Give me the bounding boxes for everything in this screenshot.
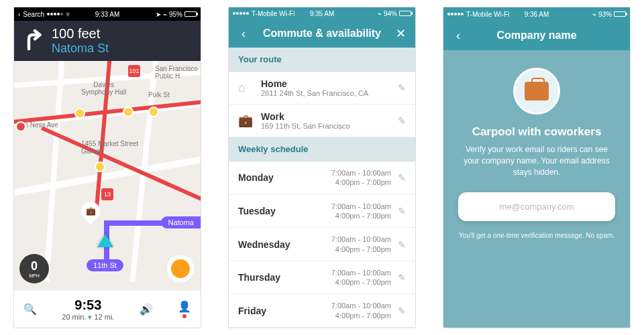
report-icon <box>171 259 190 278</box>
carpool-desc: Verify your work email so riders can see… <box>458 144 615 178</box>
location-icon: ➤ <box>156 11 161 18</box>
street-label: 1455 Market Street Garage <box>81 140 138 155</box>
battery-icon <box>184 11 197 17</box>
status-time: 9:36 AM <box>525 11 549 18</box>
report-button[interactable] <box>166 254 195 283</box>
day-name: Thursday <box>238 272 331 283</box>
company-body: Carpool with coworkers Verify your work … <box>443 50 630 328</box>
status-battery: 93% <box>598 11 612 18</box>
day-times: 7:00am - 10:00am4:00pm - 7:00pm <box>331 301 391 320</box>
bluetooth-icon: ⌁ <box>592 11 596 18</box>
edit-icon[interactable]: ✎ <box>398 239 406 250</box>
route-home-row[interactable]: ⌂ Home 2811 24th St, San Francisco, CA ✎ <box>229 72 415 105</box>
eta-details: 20 min. ▾ 12 mi. <box>62 313 114 322</box>
hazard-icon[interactable] <box>148 107 159 117</box>
header-title: Company name <box>466 29 607 42</box>
vehicle-cursor-icon <box>97 234 113 247</box>
day-times: 7:00am - 10:00am4:00pm - 7:00pm <box>331 268 391 287</box>
back-button[interactable]: ‹ <box>235 27 252 41</box>
wifi-icon: ᯤ <box>66 11 72 18</box>
header-title: Commute & availability <box>252 27 392 40</box>
signal-dots-icon <box>47 13 63 15</box>
back-button[interactable]: ‹ <box>450 29 466 43</box>
signal-dots-icon <box>233 12 249 15</box>
eta-time: 9:53 <box>62 297 114 313</box>
schedule-row[interactable]: Friday 7:00am - 10:00am4:00pm - 7:00pm ✎ <box>229 294 415 328</box>
status-carrier: T-Mobile Wi-Fi <box>466 11 509 18</box>
phone-navigation: ‹ Search ᯤ 9:33 AM ➤ ⌁ 95% 100 feet Nato… <box>13 7 201 328</box>
nav-street: Natoma St <box>52 42 109 56</box>
edit-icon[interactable]: ✎ <box>398 206 406 216</box>
status-battery: 95% <box>169 11 182 18</box>
back-chevron-icon[interactable]: ‹ <box>18 11 20 18</box>
search-icon[interactable]: 🔍 <box>23 303 37 316</box>
status-time: 9:35 AM <box>310 10 335 17</box>
status-bar: T-Mobile Wi-Fi 9:36 AM ⌁ 93% <box>443 7 630 21</box>
email-input[interactable]: me@company.com <box>458 192 615 221</box>
day-name: Wednesday <box>238 239 331 250</box>
hazard-icon[interactable] <box>95 161 105 172</box>
schedule-row[interactable]: Thursday 7:00am - 10:00am4:00pm - 7:00pm… <box>229 261 415 295</box>
day-times: 7:00am - 10:00am4:00pm - 7:00pm <box>331 168 391 188</box>
edit-icon[interactable]: ✎ <box>398 272 406 283</box>
hazard-icon[interactable] <box>74 108 85 119</box>
status-battery: 94% <box>384 10 397 17</box>
close-button[interactable]: ✕ <box>392 26 409 41</box>
eta-footer: 🔍 9:53 20 min. ▾ 12 mi. 🔊 👤 <box>14 290 201 328</box>
bluetooth-icon: ⌁ <box>378 10 382 17</box>
speed-gauge[interactable]: 0 MPH <box>19 254 49 283</box>
phone-company: T-Mobile Wi-Fi 9:36 AM ⌁ 93% ‹ Company n… <box>443 7 631 328</box>
edit-icon[interactable]: ✎ <box>398 172 406 183</box>
nav-instruction[interactable]: 100 feet Natoma St <box>14 21 201 61</box>
profile-icon[interactable]: 👤 <box>178 300 191 318</box>
edit-icon[interactable]: ✎ <box>398 82 406 93</box>
hazard-icon[interactable] <box>123 107 133 117</box>
route-shield: 101 <box>128 65 140 77</box>
route-work-row[interactable]: 💼 Work 169 11th St, San Francisco ✎ <box>229 105 415 137</box>
day-times: 7:00am - 10:00am4:00pm - 7:00pm <box>331 234 391 254</box>
edit-icon[interactable]: ✎ <box>398 306 406 316</box>
briefcase-icon <box>525 82 549 100</box>
street-pill: Natoma <box>161 216 201 228</box>
battery-icon <box>614 11 626 17</box>
day-name: Friday <box>238 306 331 316</box>
company-avatar <box>513 68 560 115</box>
status-carrier: Search <box>23 11 44 18</box>
bluetooth-icon: ⌁ <box>163 11 167 18</box>
street-label: San Francisco Public H <box>155 65 198 80</box>
day-times: 7:00am - 10:00am4:00pm - 7:00pm <box>331 202 391 221</box>
status-carrier: T-Mobile Wi-Fi <box>252 10 294 17</box>
work-icon: 💼 <box>238 113 253 128</box>
day-name: Monday <box>238 172 331 183</box>
edit-icon[interactable]: ✎ <box>398 115 406 126</box>
status-bar: T-Mobile Wi-Fi 9:35 AM ⌁ 94% <box>229 7 415 20</box>
screen-header: ‹ Company name <box>443 21 630 50</box>
turn-right-icon <box>21 29 45 53</box>
schedule-row[interactable]: Wednesday 7:00am - 10:00am4:00pm - 7:00p… <box>229 228 415 261</box>
street-pill: 11th St <box>87 259 123 271</box>
street-label: Davies Symphony Hall <box>81 81 126 96</box>
map-canvas[interactable]: Van Ness Ave Davies Symphony Hall Polk S… <box>14 61 201 290</box>
street-label: Polk St <box>148 91 170 98</box>
nav-distance: 100 feet <box>52 26 109 42</box>
screen-header: ‹ Commute & availability ✕ <box>229 20 415 48</box>
fine-print: You'll get a one-time verification messa… <box>459 232 614 239</box>
status-bar: ‹ Search ᯤ 9:33 AM ➤ ⌁ 95% <box>14 7 201 21</box>
route-shield: 13 <box>101 188 113 200</box>
user-pin-icon[interactable]: 💼 <box>77 198 104 224</box>
section-your-route: Your route <box>229 48 415 72</box>
phone-commute: T-Mobile Wi-Fi 9:35 AM ⌁ 94% ‹ Commute &… <box>228 7 416 328</box>
day-name: Tuesday <box>238 206 331 216</box>
signal-dots-icon <box>447 13 464 15</box>
section-weekly-schedule: Weekly schedule <box>229 137 415 161</box>
sound-icon[interactable]: 🔊 <box>140 303 153 316</box>
schedule-row[interactable]: Monday 7:00am - 10:00am4:00pm - 7:00pm ✎ <box>229 161 415 195</box>
alert-icon[interactable] <box>15 121 26 132</box>
schedule-row[interactable]: Tuesday 7:00am - 10:00am4:00pm - 7:00pm … <box>229 195 415 228</box>
carpool-title: Carpool with coworkers <box>472 125 602 139</box>
status-time: 9:33 AM <box>95 11 120 18</box>
home-icon: ⌂ <box>238 81 253 95</box>
battery-icon <box>399 11 411 16</box>
